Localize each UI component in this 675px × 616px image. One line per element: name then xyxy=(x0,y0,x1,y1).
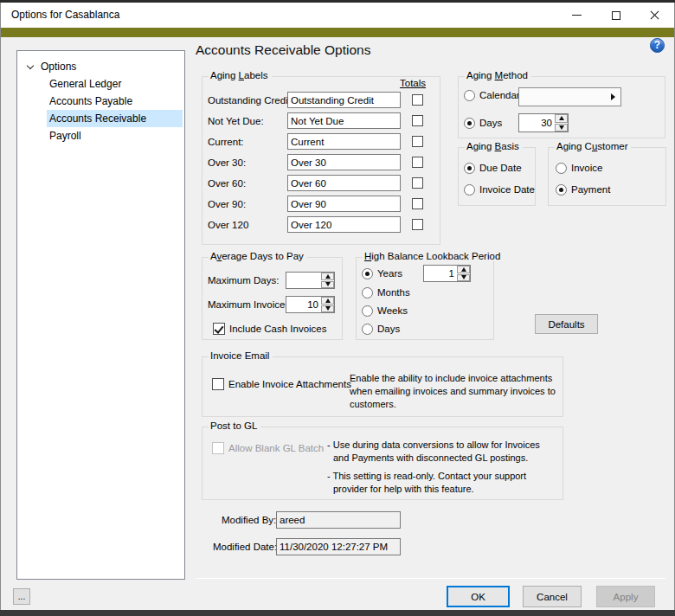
totals-checkbox[interactable] xyxy=(412,219,423,230)
tree-item-options[interactable]: Options xyxy=(17,58,184,75)
allow-blank-gl-batch-row: Allow Blank GL Batch xyxy=(212,441,324,455)
cancel-button[interactable]: Cancel xyxy=(523,586,582,607)
invoice-radio-row[interactable]: Invoice xyxy=(556,161,602,175)
dropdown-arrow-icon xyxy=(611,93,615,100)
days-spinner-input[interactable] xyxy=(519,114,555,132)
tree-item-payroll[interactable]: Payroll xyxy=(17,127,184,144)
due-date-radio[interactable] xyxy=(464,163,475,174)
close-button[interactable] xyxy=(635,3,674,28)
spin-up-button[interactable] xyxy=(457,266,470,273)
maximum-invoices-input[interactable] xyxy=(286,297,321,312)
calendar-radio[interactable] xyxy=(464,90,475,101)
spin-down-button[interactable] xyxy=(555,124,568,132)
days-lookback-radio-row[interactable]: Days xyxy=(362,322,400,336)
aging-label-input[interactable] xyxy=(287,175,401,191)
aging-row-label: Current: xyxy=(208,133,244,150)
enable-invoice-attachments-checkbox[interactable] xyxy=(212,378,224,390)
years-radio[interactable] xyxy=(362,268,373,279)
aging-label-input[interactable] xyxy=(287,92,401,108)
minimize-button[interactable] xyxy=(557,3,596,28)
modified-date-field xyxy=(276,538,401,555)
aging-label-input[interactable] xyxy=(287,216,401,233)
defaults-button[interactable]: Defaults xyxy=(535,314,598,334)
tree-item-general-ledger[interactable]: General Ledger xyxy=(17,75,184,93)
due-date-radio-row[interactable]: Due Date xyxy=(464,161,522,175)
totals-checkbox[interactable] xyxy=(412,115,423,126)
weeks-radio[interactable] xyxy=(362,305,373,317)
allow-blank-gl-batch-checkbox xyxy=(212,442,224,454)
spin-up-button[interactable] xyxy=(555,114,568,123)
months-radio-row[interactable]: Months xyxy=(362,286,410,299)
triangle-down-icon xyxy=(325,306,331,311)
maximum-days-spinner xyxy=(286,272,335,289)
average-days-group-title: Average Days to Pay xyxy=(209,251,307,261)
help-icon[interactable]: ? xyxy=(650,38,665,53)
modified-by-label: Modified By: xyxy=(222,511,276,529)
days-lookback-radio-label: Days xyxy=(377,324,400,334)
spinner-buttons xyxy=(555,114,568,132)
invoice-date-radio[interactable] xyxy=(464,184,475,196)
payment-radio-row[interactable]: Payment xyxy=(556,183,610,196)
lookback-input[interactable] xyxy=(424,266,457,281)
aging-basis-group: Aging Basis Due Date Invoice Date xyxy=(458,147,536,206)
payment-radio-label: Payment xyxy=(571,184,610,195)
triangle-down-icon xyxy=(325,282,331,286)
days-radio-row[interactable]: Days xyxy=(464,116,502,130)
page-title: Accounts Receivable Options xyxy=(196,42,370,58)
modified-date-label: Modified Date: xyxy=(213,538,277,555)
maximize-button[interactable] xyxy=(596,3,635,28)
aging-label-input[interactable] xyxy=(287,112,401,129)
maximum-days-input[interactable] xyxy=(286,273,321,288)
title-bar[interactable]: Options for Casablanca xyxy=(1,3,674,28)
modified-by-field xyxy=(276,511,401,529)
aging-label-input[interactable] xyxy=(287,196,401,212)
spin-down-button[interactable] xyxy=(321,281,334,289)
maximum-days-label: Maximum Days: xyxy=(208,272,279,289)
aging-row-label: Over 30: xyxy=(208,154,246,170)
days-lookback-radio[interactable] xyxy=(362,324,373,335)
triangle-down-icon xyxy=(461,275,466,279)
totals-checkbox[interactable] xyxy=(412,198,423,209)
chevron-down-icon[interactable] xyxy=(27,62,34,69)
invoice-date-radio-row[interactable]: Invoice Date xyxy=(464,183,535,196)
invoice-email-group-title: Invoice Email xyxy=(209,350,273,361)
days-radio-label: Days xyxy=(479,118,502,128)
aging-label-input[interactable] xyxy=(287,133,401,150)
aging-row-label: Not Yet Due: xyxy=(208,112,264,129)
enable-invoice-attachments-row[interactable]: Enable Invoice Attachments xyxy=(212,377,351,391)
more-options-button[interactable]: ... xyxy=(13,588,30,605)
spin-down-button[interactable] xyxy=(321,305,334,313)
totals-checkbox[interactable] xyxy=(412,136,423,147)
aging-labels-group-title: Aging Labels xyxy=(209,70,272,80)
include-cash-invoices-row[interactable]: Include Cash Invoices xyxy=(213,322,327,336)
aging-method-group: Aging Method Calendar Days xyxy=(458,76,665,138)
weeks-radio-row[interactable]: Weeks xyxy=(362,304,408,318)
payment-radio[interactable] xyxy=(556,184,567,196)
spin-up-button[interactable] xyxy=(321,297,334,305)
aging-label-input[interactable] xyxy=(287,154,401,170)
ok-button[interactable]: OK xyxy=(447,586,510,607)
tree-item-accounts-payable[interactable]: Accounts Payable xyxy=(17,93,184,110)
aging-method-group-title: Aging Method xyxy=(465,70,531,80)
years-radio-label: Years xyxy=(377,268,402,279)
calendar-radio-row[interactable]: Calendar xyxy=(464,88,520,102)
days-spinner xyxy=(518,113,569,132)
totals-checkbox[interactable] xyxy=(412,157,423,168)
totals-checkbox[interactable] xyxy=(412,94,423,106)
days-radio[interactable] xyxy=(464,118,475,129)
spin-down-button[interactable] xyxy=(457,274,470,282)
lookback-period-group: High Balance Lookback Period Years Month… xyxy=(356,257,494,340)
months-radio[interactable] xyxy=(362,287,373,298)
invoice-radio[interactable] xyxy=(556,163,567,174)
allow-blank-gl-batch-label: Allow Blank GL Batch xyxy=(228,443,324,453)
calendar-dropdown[interactable] xyxy=(518,87,621,106)
spinner-buttons xyxy=(321,297,334,312)
spin-up-button[interactable] xyxy=(321,273,334,280)
totals-checkbox[interactable] xyxy=(412,177,423,189)
average-days-group: Average Days to Pay Maximum Days: Maximu… xyxy=(202,257,343,340)
tree-item-accounts-receivable[interactable]: Accounts Receivable xyxy=(17,110,184,127)
footer-divider xyxy=(196,578,665,579)
include-cash-invoices-checkbox[interactable] xyxy=(213,323,225,335)
tree-item-label: Accounts Payable xyxy=(49,93,132,110)
years-radio-row[interactable]: Years xyxy=(362,266,402,280)
